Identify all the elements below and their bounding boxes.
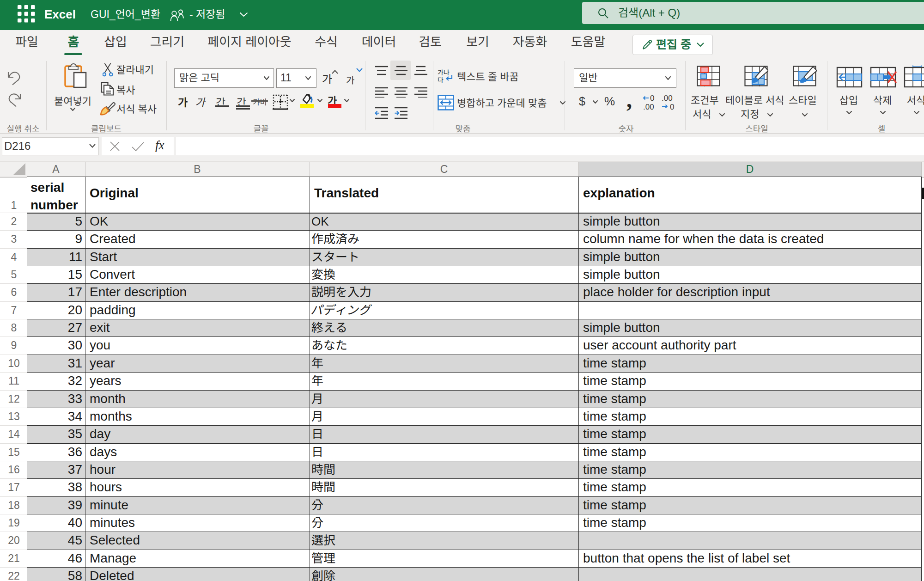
svg-text:.00: .00	[662, 94, 673, 103]
svg-text:.00: .00	[643, 103, 654, 111]
svg-text:0: 0	[650, 94, 654, 103]
svg-text:다: 다	[438, 75, 444, 84]
svg-text:0: 0	[670, 103, 674, 111]
